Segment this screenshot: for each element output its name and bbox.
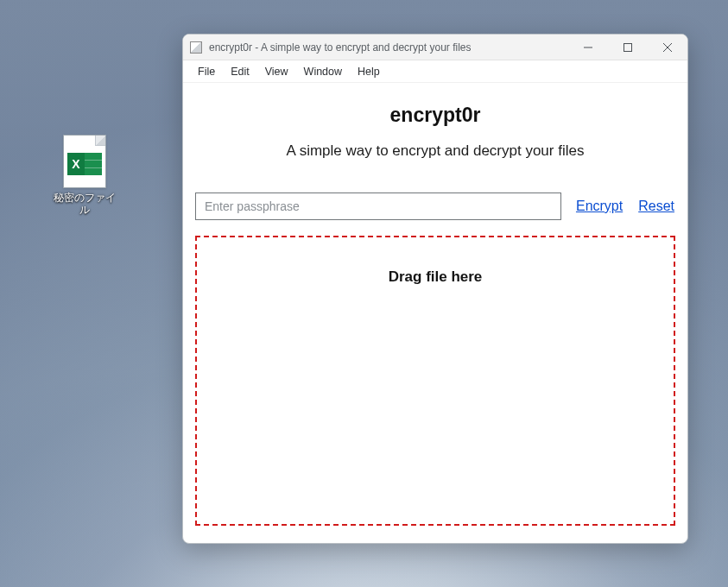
maximize-icon <box>624 43 632 52</box>
excel-badge-icon: X <box>67 153 102 175</box>
menubar: File Edit View Window Help <box>183 60 687 83</box>
minimize-icon <box>584 43 592 52</box>
app-subtitle: A simple way to encrypt and decrypt your… <box>195 142 675 160</box>
desktop-file-excel[interactable]: X 秘密のファイル <box>50 135 119 217</box>
minimize-button[interactable] <box>568 35 608 60</box>
dropzone-label: Drag file here <box>389 268 483 285</box>
titlebar[interactable]: encrypt0r - A simple way to encrypt and … <box>183 35 687 60</box>
passphrase-input[interactable] <box>195 193 561 220</box>
menu-window[interactable]: Window <box>296 63 350 80</box>
menu-file[interactable]: File <box>190 63 223 80</box>
close-button[interactable] <box>648 35 687 60</box>
controls-row: Encrypt Reset <box>195 193 675 220</box>
svg-rect-1 <box>624 43 632 51</box>
reset-button[interactable]: Reset <box>637 197 675 216</box>
window-title: encrypt0r - A simple way to encrypt and … <box>209 41 471 54</box>
menu-help[interactable]: Help <box>350 63 388 80</box>
dropzone[interactable]: Drag file here <box>195 236 675 526</box>
window-controls <box>568 35 687 60</box>
maximize-button[interactable] <box>608 35 648 60</box>
app-icon <box>190 41 202 54</box>
close-icon <box>663 43 672 52</box>
excel-grid-icon <box>85 153 102 175</box>
desktop-file-label: 秘密のファイル <box>50 192 119 217</box>
menu-edit[interactable]: Edit <box>223 63 257 80</box>
excel-x-icon: X <box>67 153 85 175</box>
menu-view[interactable]: View <box>257 63 296 80</box>
encrypt-button[interactable]: Encrypt <box>575 197 624 216</box>
app-title: encrypt0r <box>195 104 675 127</box>
app-window: encrypt0r - A simple way to encrypt and … <box>182 34 688 544</box>
file-icon: X <box>63 135 106 188</box>
app-body: encrypt0r A simple way to encrypt and de… <box>183 83 687 543</box>
file-fold-icon <box>95 136 105 146</box>
